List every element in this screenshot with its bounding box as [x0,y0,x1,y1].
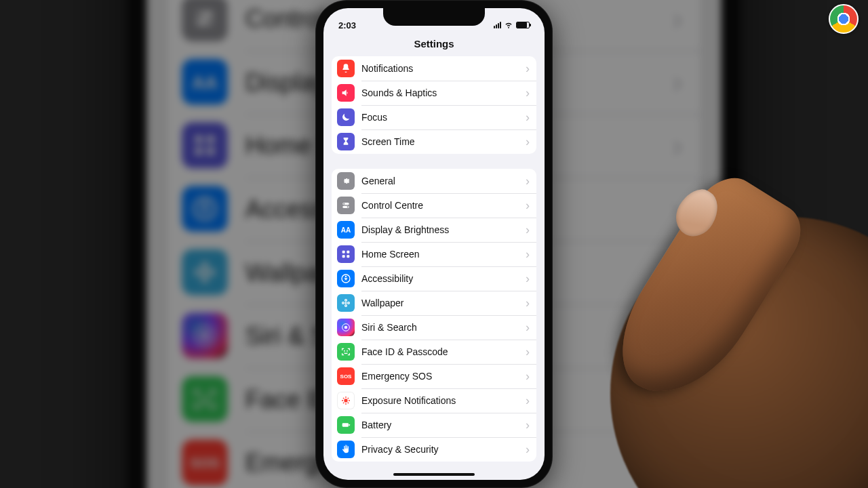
svg-point-10 [202,270,208,275]
chevron-right-icon: › [526,321,530,333]
svg-point-3 [208,20,212,24]
chevron-right-icon: › [672,320,683,352]
chevron-right-icon: › [526,419,530,431]
svg-point-43 [342,302,344,304]
gear-icon [337,172,355,190]
battery-icon [337,416,355,434]
siri-icon [337,319,355,336]
accessibility-icon [337,270,355,287]
chevron-right-icon: › [526,394,530,407]
chevron-right-icon: › [672,447,683,479]
row-label: Home Screen [361,249,526,260]
phone-frame: 2:03 Settings Notifications›Sounds & Hap… [315,0,553,488]
chevron-right-icon: › [526,62,530,75]
row-label: Screen Time [361,136,526,147]
switches-icon [182,0,228,41]
svg-rect-58 [342,423,349,426]
sos-icon: SOS [337,367,355,385]
svg-rect-34 [342,251,345,253]
svg-rect-35 [347,251,349,253]
settings-row-exposure[interactable]: Exposure Notifications› [332,388,536,413]
row-label: Focus [361,112,526,123]
settings-scroll[interactable]: Notifications›Sounds & Haptics›Focus›Scr… [323,56,545,480]
row-label: Display & Brightness [361,224,526,235]
svg-rect-37 [347,255,349,258]
svg-point-39 [345,276,347,277]
settings-row-wallpaper[interactable]: Wallpaper› [332,291,536,315]
svg-rect-7 [207,148,214,155]
row-label: Siri & Search [361,322,526,333]
svg-point-46 [344,326,348,329]
row-label: Wallpaper [361,298,526,308]
svg-point-33 [347,206,349,207]
sos-icon: SOS [182,440,228,486]
row-label: Face ID & Passcode [361,346,526,357]
chevron-right-icon: › [526,224,530,236]
svg-rect-36 [342,255,345,258]
row-label: Control Centre [361,200,526,211]
settings-row-display[interactable]: AADisplay & Brightness› [332,218,536,242]
svg-point-48 [347,350,348,351]
phone-screen: 2:03 Settings Notifications›Sounds & Hap… [323,8,545,480]
chevron-right-icon: › [672,66,683,98]
svg-rect-4 [195,136,202,143]
grid-icon [182,123,228,169]
settings-row-accessibility[interactable]: Accessibility› [332,266,536,291]
settings-row-battery[interactable]: Battery› [332,413,536,437]
svg-point-17 [201,396,202,397]
switches-icon [337,197,355,214]
bell-icon [337,60,355,77]
faceid-icon [182,376,228,422]
svg-point-40 [344,302,347,304]
chevron-right-icon: › [526,443,530,455]
settings-row-siri[interactable]: Siri & Search› [332,315,536,340]
svg-rect-5 [207,136,214,143]
svg-point-41 [345,300,347,302]
grid-icon [337,245,355,263]
accessibility-icon [182,186,228,232]
svg-point-12 [203,277,208,282]
svg-point-16 [201,331,209,340]
svg-line-54 [343,398,344,399]
svg-rect-6 [195,148,202,155]
settings-row-screentime[interactable]: Screen Time› [332,129,536,154]
svg-point-47 [344,350,345,351]
page-title: Settings [323,35,545,56]
row-label: Exposure Notifications [361,395,526,406]
chevron-right-icon: › [526,248,530,260]
row-label: Battery [361,420,526,430]
row-label: Sounds & Haptics [361,87,526,98]
row-label: Notifications [361,63,526,74]
settings-row-privacy[interactable]: Privacy & Security› [332,437,536,462]
settings-row-homescreen[interactable]: Home Screen› [332,242,536,266]
row-label: General [361,176,526,186]
hourglass-icon [337,133,355,150]
svg-point-9 [203,201,207,205]
settings-row-faceid[interactable]: Face ID & Passcode› [332,340,536,364]
svg-point-11 [203,263,208,268]
chevron-right-icon: › [526,136,530,148]
siri-icon [182,312,228,359]
chevron-right-icon: › [672,193,683,225]
settings-row-sos[interactable]: SOSEmergency SOS› [332,364,536,388]
svg-point-18 [208,396,209,397]
faceid-icon [337,343,355,361]
notch [383,8,485,26]
chrome-icon [829,4,859,34]
settings-row-controlcentre[interactable]: Control Centre› [332,193,536,218]
hand-icon [337,441,355,458]
settings-row-general[interactable]: General› [332,169,536,193]
home-indicator[interactable] [393,473,475,476]
row-label: Accessibility [361,273,526,284]
svg-point-42 [345,305,347,307]
chevron-right-icon: › [672,3,683,35]
chevron-right-icon: › [526,199,530,211]
svg-line-56 [343,403,344,403]
settings-row-focus[interactable]: Focus› [332,105,536,129]
chevron-right-icon: › [526,111,530,123]
settings-row-notifications[interactable]: Notifications› [332,56,536,81]
settings-row-sounds[interactable]: Sounds & Haptics› [332,81,536,105]
row-label: Privacy & Security [361,444,526,455]
chevron-right-icon: › [526,297,530,309]
chevron-right-icon: › [526,272,530,285]
